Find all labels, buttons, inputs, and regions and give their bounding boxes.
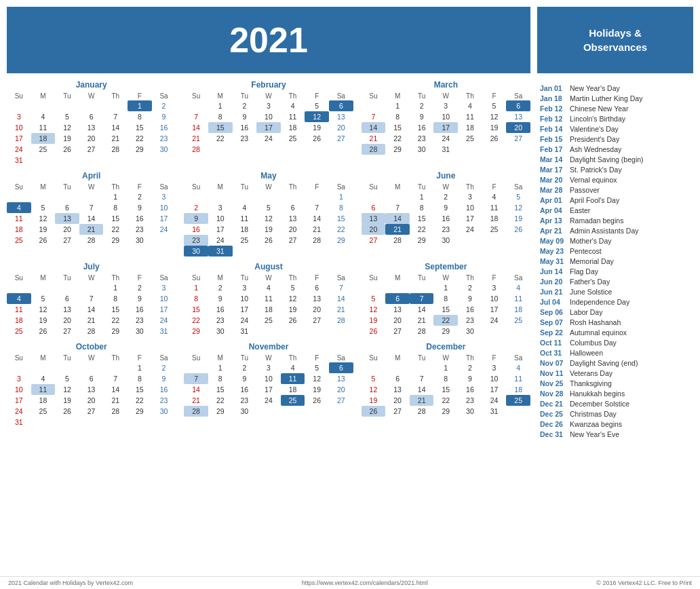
holiday-item: Nov 28 Hanukkah begins [537,388,693,398]
month-may: May SuMTuWThFSa 1 2345678 9101112131415 … [184,171,353,256]
holiday-name: Mother's Day [570,237,612,245]
holiday-name: Autumnal equinox [570,328,627,337]
holiday-name: New Year's Day [570,84,620,92]
holiday-item: Mar 20 Vernal equinox [537,174,693,185]
holiday-item: Jun 14 Flag Day [537,266,693,276]
calendar-grid: January SuMTuWThFSa 12 3456789 101112131… [7,80,530,428]
holiday-name: Daylight Saving (begin) [570,155,644,164]
month-march: March SuMTuWThFSa 123456 78910111213 141… [362,80,530,166]
footer-right: © 2016 Vertex42 LLC. Free to Print [596,580,692,586]
holiday-name: Flag Day [570,267,598,276]
holiday-date: Mar 17 [540,166,566,174]
holiday-date: Jun 21 [540,288,566,296]
holiday-name: Veterans Day [570,369,612,377]
holiday-item: Feb 17 Ash Wednesday [537,144,693,154]
footer-center: https://www.vertex42.com/calendars/2021.… [302,580,428,586]
holiday-name: Kwanzaa begins [570,420,622,428]
holiday-item: Sep 22 Autumnal equinox [537,327,693,337]
holiday-name: New Year's Eve [570,430,619,438]
holiday-item: Nov 25 Thanksgiving [537,378,693,388]
holiday-date: Oct 31 [540,349,566,357]
holiday-name: Easter [570,206,590,214]
holiday-name: Admin Assistants Day [570,227,639,235]
holiday-date: Nov 25 [540,379,566,387]
holiday-item: Jul 04 Independence Day [537,297,693,307]
month-december: December SuMTuWThFSa 1234 567891011 1213… [362,342,530,428]
holiday-name: Chinese New Year [570,104,628,113]
holiday-name: Memorial Day [570,257,614,265]
holiday-name: Thanksgiving [570,379,612,387]
holiday-item: May 09 Mother's Day [537,235,693,246]
holiday-item: Mar 28 Passover [537,185,693,195]
holiday-name: Hanukkah begins [570,390,625,398]
holiday-item: Mar 17 St. Patrick's Day [537,164,693,174]
holiday-date: Oct 11 [540,339,566,347]
month-september: September SuMTuWThFSa 1234 567891011 121… [362,262,530,337]
month-january: January SuMTuWThFSa 12 3456789 101112131… [7,80,176,166]
holiday-date: Sep 07 [540,318,566,326]
holiday-date: Apr 01 [540,196,566,204]
holiday-item: May 23 Pentecost [537,246,693,256]
holiday-date: May 09 [540,237,566,245]
holiday-name: Ash Wednesday [570,145,621,153]
holiday-date: Feb 12 [540,115,566,123]
holiday-item: Feb 12 Lincoln's Birthday [537,113,693,124]
holiday-date: Jan 18 [540,94,566,102]
holiday-date: Nov 11 [540,369,566,377]
holiday-name: Ramadan begins [570,216,623,225]
holiday-item: Nov 11 Veterans Day [537,368,693,378]
holiday-date: Feb 15 [540,135,566,143]
calendar-section: January SuMTuWThFSa 12 3456789 101112131… [7,80,530,569]
footer-left: 2021 Calendar with Holidays by Vertex42.… [8,580,133,586]
holiday-item: Oct 31 Halloween [537,347,693,358]
month-june: June SuMTuWThFSa 12345 6789101112 131415… [362,171,530,256]
sidebar-header: Holidays & Observances [537,7,693,73]
holiday-name: December Solstice [570,400,629,408]
holiday-name: Rosh Hashanah [570,318,621,326]
holiday-item: Dec 21 December Solstice [537,398,693,408]
holiday-date: Nov 28 [540,390,566,398]
holiday-date: Dec 31 [540,430,566,438]
footer: 2021 Calendar with Holidays by Vertex42.… [0,576,700,589]
holiday-date: Jun 20 [540,278,566,286]
holiday-item: Jun 20 Father's Day [537,276,693,286]
holiday-date: Mar 14 [540,155,566,164]
holiday-name: April Fool's Day [570,196,619,204]
holiday-name: President's Day [570,135,619,143]
holiday-item: Apr 04 Easter [537,205,693,215]
holiday-date: Sep 06 [540,308,566,316]
month-november: November SuMTuWThFSa 123456 78910111213 … [184,342,353,428]
holiday-name: Vernal equinox [570,176,617,184]
holiday-item: Jan 01 New Year's Day [537,83,693,93]
holiday-date: Apr 13 [540,216,566,225]
holiday-date: Jan 01 [540,84,566,92]
holiday-name: June Solstice [570,288,612,296]
holiday-date: May 31 [540,257,566,265]
holiday-name: Father's Day [570,278,610,286]
holiday-date: Nov 07 [540,359,566,367]
month-february: February SuMTuWThFSa 123456 78910111213 … [184,80,353,166]
holiday-item: May 31 Memorial Day [537,256,693,266]
holiday-list: Jan 01 New Year's Day Jan 18 Martin Luth… [537,83,693,439]
month-august: August SuMTuWThFSa 1234567 891011121314 … [184,262,353,337]
holiday-item: Apr 21 Admin Assistants Day [537,225,693,235]
month-october: October SuMTuWThFSa 12 3456789 101112131… [7,342,176,428]
holiday-name: St. Patrick's Day [570,166,622,174]
holiday-date: Mar 28 [540,186,566,194]
holiday-item: Dec 26 Kwanzaa begins [537,419,693,429]
holiday-item: Sep 07 Rosh Hashanah [537,317,693,327]
holiday-name: Daylight Saving (end) [570,359,638,367]
holiday-date: Feb 14 [540,125,566,133]
holiday-item: Nov 07 Daylight Saving (end) [537,358,693,368]
holiday-item: Mar 14 Daylight Saving (begin) [537,154,693,164]
holiday-item: Jun 21 June Solstice [537,286,693,297]
holiday-name: Labor Day [570,308,602,316]
holiday-item: Jan 18 Martin Luther King Day [537,93,693,103]
holiday-date: Jul 04 [540,298,566,306]
holiday-name: Pentecost [570,247,602,255]
holiday-name: Christmas Day [570,410,617,418]
holiday-date: Apr 04 [540,206,566,214]
holiday-name: Passover [570,186,600,194]
holiday-date: Sep 22 [540,328,566,337]
holiday-date: Mar 20 [540,176,566,184]
